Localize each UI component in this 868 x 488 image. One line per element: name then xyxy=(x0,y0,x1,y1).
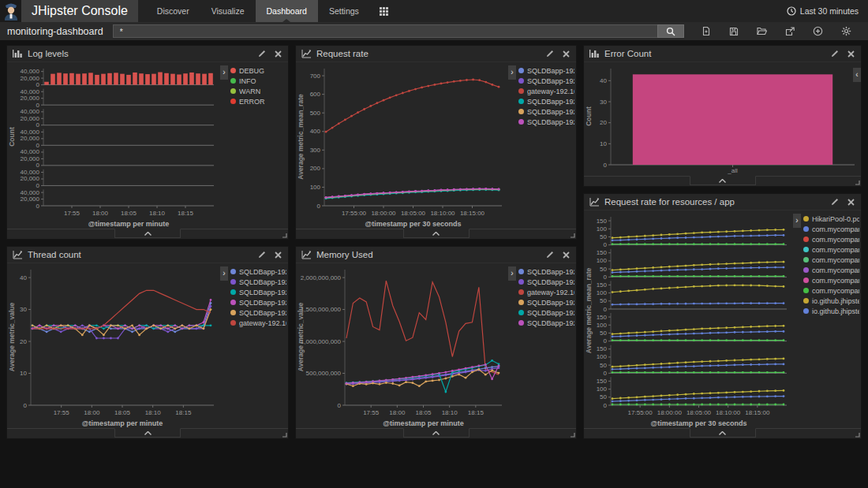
legend-toggle-icon[interactable]: › xyxy=(508,266,516,281)
legend-item[interactable]: SQLDBapp-192.168.4... xyxy=(230,297,286,307)
svg-text:0: 0 xyxy=(36,142,40,149)
legend-item[interactable]: SQLDBapp-192.168.4... xyxy=(518,117,574,127)
nav-item-dashboard[interactable]: Dashboard xyxy=(256,0,318,22)
svg-text:150: 150 xyxy=(597,345,608,352)
legend-item[interactable]: com.mycompany.myap... xyxy=(803,234,859,244)
legend-item[interactable]: SQLDBapp-192.168.4... xyxy=(230,266,286,277)
legend-toggle-icon[interactable]: › xyxy=(508,65,516,80)
legend-toggle-icon[interactable]: ‹ xyxy=(853,68,861,82)
legend-color-dot xyxy=(803,267,809,273)
new-dashboard-button[interactable] xyxy=(700,24,713,38)
legend-item[interactable]: com.mycompany.myap... xyxy=(803,224,859,234)
add-visualization-button[interactable] xyxy=(811,24,825,38)
edit-visualization-button[interactable] xyxy=(257,250,267,259)
legend-item[interactable]: SQLDBapp-192.168.4... xyxy=(518,277,574,287)
remove-panel-button[interactable] xyxy=(562,49,571,58)
resize-handle-icon[interactable] xyxy=(570,432,575,438)
edit-visualization-button[interactable] xyxy=(545,250,555,259)
legend-item[interactable]: INFO xyxy=(230,76,286,86)
legend-item[interactable]: SQLDBapp-192.168.4... xyxy=(518,65,574,76)
legend-item[interactable]: SQLDBapp-192.168.4... xyxy=(518,266,574,277)
collapse-panel-button[interactable] xyxy=(690,176,756,185)
error-count-chart[interactable]: Count403020100_all xyxy=(584,63,861,176)
options-button[interactable] xyxy=(840,24,853,38)
legend-item[interactable]: SQLDBapp-192.168.4... xyxy=(518,106,574,117)
edit-visualization-button[interactable] xyxy=(257,49,267,58)
remove-panel-button[interactable] xyxy=(847,49,855,58)
legend-item[interactable]: HikariPool-0.pool.Wait xyxy=(803,214,859,224)
share-dashboard-button[interactable] xyxy=(784,25,796,38)
legend-item[interactable]: gateway-192.168.43.8:... xyxy=(518,86,574,96)
svg-text:18:00:00: 18:00:00 xyxy=(371,210,396,217)
edit-visualization-button[interactable] xyxy=(545,49,555,58)
thread-count-chart[interactable]: Average metric_value40302010017:5518:001… xyxy=(7,264,220,428)
query-input[interactable] xyxy=(113,24,657,38)
legend-item[interactable]: com.mycompany.myap... xyxy=(803,255,859,265)
legend-toggle-icon[interactable]: › xyxy=(220,65,228,80)
load-dashboard-button[interactable] xyxy=(755,25,769,37)
legend-item[interactable]: SQLDBapp-192.168.4... xyxy=(518,76,574,86)
legend-toggle-icon[interactable]: › xyxy=(220,266,228,281)
jhipster-logo[interactable] xyxy=(0,0,21,22)
nav-item-discover[interactable]: Discover xyxy=(146,0,200,22)
legend-color-dot xyxy=(803,226,809,232)
legend-color-dot xyxy=(803,308,809,314)
legend-toggle-icon[interactable]: › xyxy=(793,214,801,228)
legend-item[interactable]: com.mycompany.myap... xyxy=(803,285,859,296)
panel-header: Thread count xyxy=(7,247,288,263)
apps-grid-icon[interactable] xyxy=(370,0,398,22)
legend-item[interactable]: io.github.jhipster.web.r... xyxy=(803,296,859,306)
legend-item[interactable]: com.mycompany.myap... xyxy=(803,244,859,255)
nav-item-visualize[interactable]: Visualize xyxy=(200,0,256,22)
legend-item[interactable]: com.mycompany.myap... xyxy=(803,275,859,285)
collapse-panel-button[interactable] xyxy=(114,229,181,238)
resources-request-rate-chart[interactable]: Average metric_mean_rate1501005001501005… xyxy=(584,211,793,428)
legend-item[interactable]: DEBUG xyxy=(230,65,286,76)
save-dashboard-button[interactable] xyxy=(728,25,740,38)
panel-header: Error Count xyxy=(584,46,861,62)
remove-panel-button[interactable] xyxy=(847,197,855,207)
resize-handle-icon[interactable] xyxy=(855,432,860,438)
legend-item[interactable]: SQLDBapp-192.168.4... xyxy=(230,307,286,318)
legend-item[interactable]: SQLDBapp-192.168.4... xyxy=(518,297,574,307)
legend-item[interactable]: ERROR xyxy=(230,96,286,106)
svg-text:0: 0 xyxy=(36,81,40,88)
search-button[interactable] xyxy=(657,24,684,38)
legend-item[interactable]: SQLDBapp-192.168.4... xyxy=(518,318,574,328)
legend-item[interactable]: WARN xyxy=(230,86,286,96)
svg-text:40: 40 xyxy=(20,274,27,281)
legend-item[interactable]: com.mycompany.myap... xyxy=(803,265,859,275)
remove-panel-button[interactable] xyxy=(274,49,282,58)
legend-item[interactable]: SQLDBapp-192.168.4... xyxy=(230,287,286,297)
collapse-panel-button[interactable] xyxy=(690,428,756,438)
nav-item-settings[interactable]: Settings xyxy=(318,0,370,22)
legend-item[interactable]: gateway-192.168.43.8:... xyxy=(518,287,574,297)
collapse-panel-button[interactable] xyxy=(114,428,181,438)
remove-panel-button[interactable] xyxy=(562,250,571,259)
log-levels-chart[interactable]: Count40,00020,000040,00020,000040,00020,… xyxy=(7,63,220,229)
time-range-picker[interactable]: Last 30 minutes xyxy=(777,0,868,22)
edit-visualization-button[interactable] xyxy=(830,197,840,207)
legend-item[interactable]: SQLDBapp-192.168.4... xyxy=(230,277,286,287)
legend-item[interactable]: SQLDBapp-192.168.4... xyxy=(518,307,574,318)
collapse-panel-button[interactable] xyxy=(403,229,470,238)
request-rate-chart[interactable]: Average metric_mean_rate7006005004003002… xyxy=(296,63,508,229)
svg-text:30: 30 xyxy=(600,99,607,106)
legend-label: io.github.jhipster.web.r... xyxy=(812,307,859,315)
resize-handle-icon[interactable] xyxy=(282,233,287,238)
memory-used-chart[interactable]: Average metric_value2,000,000,0001,500,0… xyxy=(296,264,508,428)
legend-item[interactable]: io.github.jhipster.web.r... xyxy=(803,306,859,316)
resize-handle-icon[interactable] xyxy=(570,233,575,238)
svg-text:20: 20 xyxy=(20,338,27,345)
share-icon xyxy=(785,27,795,36)
legend-item[interactable]: gateway-192.168.43.8:... xyxy=(230,318,286,328)
close-icon xyxy=(563,50,570,58)
legend-label: io.github.jhipster.web.r... xyxy=(812,297,859,305)
legend-label: SQLDBapp-192.168.4... xyxy=(527,77,574,85)
remove-panel-button[interactable] xyxy=(274,250,282,259)
edit-visualization-button[interactable] xyxy=(830,49,840,58)
resize-handle-icon[interactable] xyxy=(282,432,287,438)
resize-handle-icon[interactable] xyxy=(855,180,860,185)
collapse-panel-button[interactable] xyxy=(403,428,470,438)
legend-item[interactable]: SQLDBapp-192.168.4... xyxy=(518,96,574,106)
